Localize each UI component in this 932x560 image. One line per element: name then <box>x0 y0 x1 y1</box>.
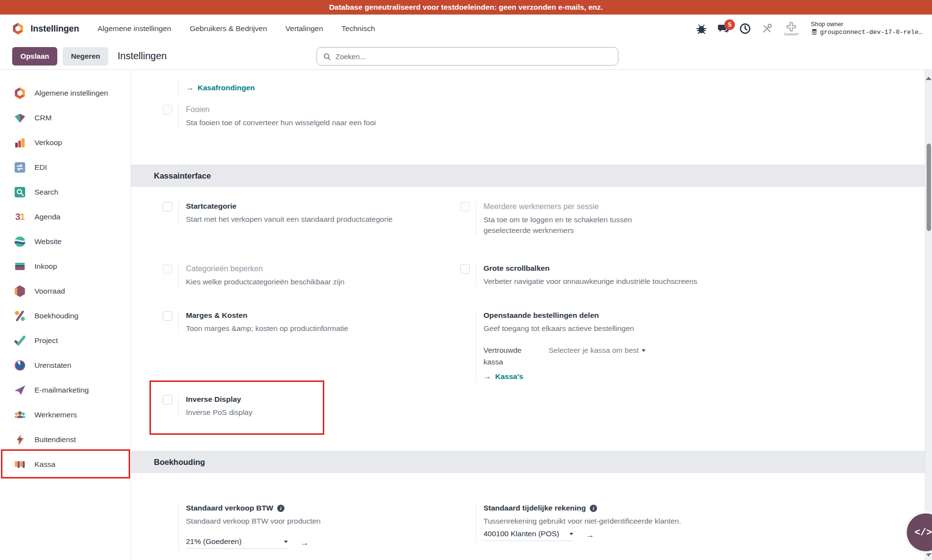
sidebar-item-inventory[interactable]: Voorraad <box>0 279 131 303</box>
limit-categories-setting: Categorieën beperken Kies welke productc… <box>163 263 440 287</box>
tips-setting: Fooien Sta fooien toe of converteer hun … <box>163 104 421 128</box>
sidebar-item-calendar[interactable]: 31 Agenda <box>0 204 131 229</box>
pos-list-link[interactable]: → Kassa's <box>483 372 646 381</box>
default-tax-select[interactable]: 21% (Goederen) <box>186 537 288 549</box>
setting-title: Meerdere werknemers per sessie <box>483 201 670 212</box>
trusted-pos-dropdown[interactable]: Selecteer je kassa om best <box>549 345 646 356</box>
save-button[interactable]: Opslaan <box>12 47 57 66</box>
field-service-icon <box>14 433 26 446</box>
settings-sidebar: Algemene instellingen CRM Verkoop EDI Se… <box>0 70 131 560</box>
pos-icon <box>14 458 26 471</box>
database-icon <box>811 29 818 36</box>
discard-button[interactable]: Negeren <box>63 47 108 66</box>
setting-title: Categorieën beperken <box>186 263 440 274</box>
odoo-settings-window: Database geneutraliseerd voor testdoelei… <box>0 0 932 560</box>
header-menu: Algemene instellingen Gebruikers & Bedri… <box>98 24 375 33</box>
messages-count-badge: 5 <box>724 19 735 30</box>
code-icon: </> <box>915 527 932 538</box>
info-icon[interactable]: i <box>277 505 284 512</box>
vertical-scrollbar[interactable] <box>925 70 932 560</box>
setting-desc: Kies welke productcategorieën beschikbaa… <box>186 277 440 287</box>
inventory-icon <box>14 285 26 297</box>
setting-title: Inverse Display <box>186 394 324 405</box>
breadcrumb: Instellingen <box>117 50 166 62</box>
inverse-display-checkbox[interactable] <box>163 395 172 405</box>
user-menu[interactable]: Shop owner groupconnect-dev-17-0-rele… <box>811 21 922 36</box>
setting-title: Openstaande bestellingen delen <box>483 310 646 321</box>
tips-checkbox[interactable] <box>163 105 172 115</box>
search-icon <box>323 52 331 61</box>
caret-down-icon <box>642 349 646 352</box>
sidebar-item-general-settings[interactable]: Algemene instellingen <box>0 81 131 105</box>
setting-title: Grote scrollbalken <box>483 263 697 274</box>
timesheets-icon <box>14 359 26 372</box>
systray: 5 Connect* Shop owner <box>696 21 922 36</box>
internal-link-arrow[interactable]: → <box>586 530 594 540</box>
sidebar-item-purchase[interactable]: Inkoop <box>0 254 131 279</box>
setting-title: Standaard verkoop BTWi <box>186 503 440 513</box>
menu-technical[interactable]: Technisch <box>342 24 375 33</box>
cash-roundings-link[interactable]: → Kasafrondingen <box>186 83 255 92</box>
setting-desc: Sta fooien toe of converteer hun wisselg… <box>186 117 421 128</box>
setting-title: Marges & Kosten <box>186 310 440 321</box>
menu-general-settings[interactable]: Algemene instellingen <box>98 24 171 33</box>
internal-link-arrow[interactable]: → <box>300 538 309 548</box>
connect-icon[interactable]: Connect* <box>783 21 799 36</box>
search-input[interactable] <box>335 52 612 61</box>
cash-rounding-setting: → Kasafrondingen <box>178 81 255 96</box>
sidebar-item-website[interactable]: Website <box>0 229 131 254</box>
app-title[interactable]: Instellingen <box>31 24 79 34</box>
activities-clock-icon[interactable] <box>739 23 751 34</box>
sidebar-item-timesheets[interactable]: Urenstaten <box>0 353 131 378</box>
project-icon <box>14 334 26 347</box>
scrollbar-thumb[interactable] <box>927 144 931 231</box>
sidebar-item-accounting[interactable]: Boekhouding <box>0 303 131 328</box>
user-role: Shop owner <box>811 21 922 29</box>
sidebar-item-field-service[interactable]: Buitendienst <box>0 427 131 452</box>
setting-desc: Verbeter navigatie voor onnauwkeurige in… <box>483 276 697 287</box>
section-accounting: Boekhouding <box>131 451 925 473</box>
multi-employees-setting: Meerdere werknemers per sessie Sta toe o… <box>460 201 670 236</box>
control-panel: Opslaan Negeren Instellingen <box>0 43 932 70</box>
setting-title: Fooien <box>186 104 421 115</box>
connect-label: Connect* <box>784 33 799 36</box>
default-sales-tax-setting: Standaard verkoop BTWi Standaard verkoop… <box>178 503 440 551</box>
setting-desc: Inverse PoS display <box>186 407 324 418</box>
multi-employees-checkbox[interactable] <box>460 202 470 212</box>
scroll-down-arrow[interactable] <box>926 553 932 557</box>
sidebar-item-search[interactable]: Search <box>0 180 131 204</box>
sales-icon <box>14 136 26 149</box>
sidebar-item-crm[interactable]: CRM <box>0 105 131 130</box>
menu-users-companies[interactable]: Gebruikers & Bedrijven <box>190 24 267 33</box>
intermediary-account-setting: Standaard tijdelijke rekeningi Tussenrek… <box>476 503 681 543</box>
tools-icon[interactable] <box>761 23 773 34</box>
bug-icon[interactable] <box>696 23 707 34</box>
sidebar-item-sales[interactable]: Verkoop <box>0 130 131 155</box>
search-bar[interactable] <box>316 47 618 66</box>
calendar-icon: 31 <box>14 211 26 223</box>
margins-costs-setting: Marges & Kosten Toon marges &amp; kosten… <box>163 310 440 334</box>
big-scrollbars-checkbox[interactable] <box>460 264 470 274</box>
settings-app-icon[interactable] <box>12 22 24 35</box>
info-icon[interactable]: i <box>590 505 597 512</box>
share-open-orders-setting: Openstaande bestellingen delen Geef toeg… <box>476 310 646 383</box>
intermediary-account-select[interactable]: 400100 Klanten (POS) <box>483 529 573 541</box>
purchase-icon <box>14 260 26 273</box>
section-pos-interface: Kassainterface <box>131 165 925 187</box>
scroll-up-arrow[interactable] <box>926 77 932 80</box>
arrow-right-icon: → <box>186 83 194 92</box>
sidebar-item-employees[interactable]: Werknemers <box>0 402 131 427</box>
menu-translations[interactable]: Vertalingen <box>285 24 323 33</box>
sidebar-item-project[interactable]: Project <box>0 328 131 353</box>
limit-categories-checkbox[interactable] <box>163 264 172 274</box>
setting-desc: Start met het verkopen vanuit een standa… <box>186 214 440 225</box>
employees-icon <box>14 409 26 421</box>
caret-down-icon <box>569 533 573 535</box>
messages-icon[interactable]: 5 <box>717 23 729 34</box>
website-icon <box>14 235 26 248</box>
sidebar-item-email-marketing[interactable]: E-mailmarketing <box>0 378 131 402</box>
margins-costs-checkbox[interactable] <box>163 311 172 321</box>
sidebar-item-edi[interactable]: EDI <box>0 155 131 180</box>
sidebar-item-pos[interactable]: Kassa <box>0 452 131 477</box>
start-category-checkbox[interactable] <box>163 202 172 212</box>
